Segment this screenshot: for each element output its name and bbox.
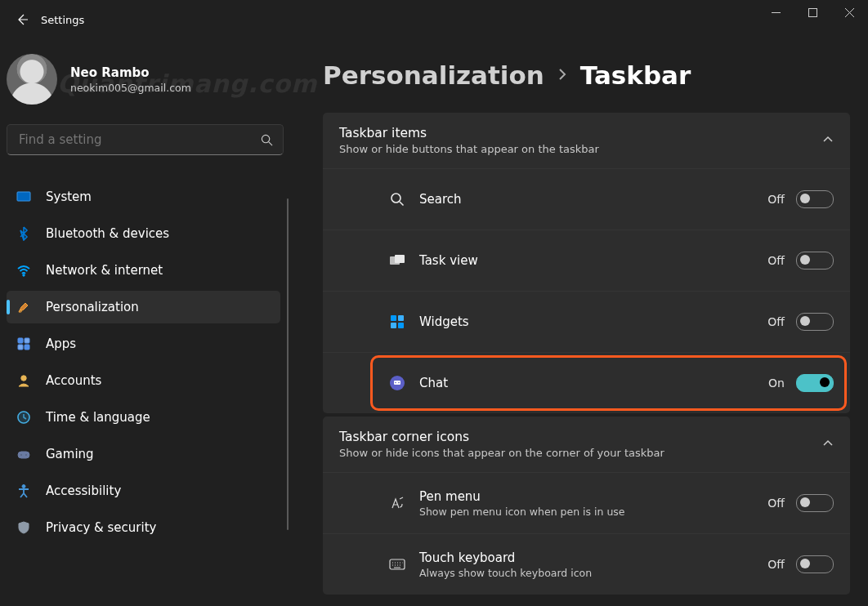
svg-point-11 — [18, 412, 29, 423]
svg-rect-6 — [25, 338, 29, 343]
profile-block[interactable]: Neo Rambo neokim005@gmail.com — [7, 39, 284, 124]
toggle-switch[interactable] — [796, 494, 834, 512]
nav-label: Bluetooth & devices — [46, 226, 169, 241]
sidebar-item-apps[interactable]: Apps — [7, 328, 280, 360]
system-icon — [16, 189, 31, 204]
toggle-state-label: Off — [767, 497, 785, 510]
svg-rect-7 — [18, 345, 23, 350]
setting-row-pen-menu: Pen menu Show pen menu icon when pen is … — [323, 472, 850, 533]
search-input[interactable] — [17, 131, 261, 148]
maximize-button[interactable] — [794, 0, 831, 25]
bluetooth-icon — [16, 226, 31, 241]
row-subtitle: Show pen menu icon when pen is in use — [419, 506, 632, 518]
gaming-icon — [16, 447, 31, 461]
accessibility-icon — [16, 483, 31, 498]
time-icon — [16, 410, 31, 425]
sidebar-item-accessibility[interactable]: Accessibility — [7, 475, 280, 507]
shield-icon — [16, 520, 31, 535]
settings-group: Taskbar items Show or hide buttons that … — [323, 113, 850, 413]
toggle-switch[interactable] — [796, 252, 834, 270]
search-box[interactable] — [7, 124, 284, 155]
svg-rect-8 — [25, 345, 29, 350]
search-icon — [261, 134, 273, 146]
group-subtitle: Show or hide buttons that appear on the … — [339, 143, 822, 155]
avatar — [7, 54, 57, 105]
toggle-switch[interactable] — [796, 555, 834, 573]
group-title: Taskbar items — [339, 126, 822, 140]
breadcrumb-current: Taskbar — [580, 60, 691, 90]
toggle-switch[interactable] — [796, 374, 834, 392]
close-button[interactable] — [831, 0, 868, 25]
nav-label: Accessibility — [46, 483, 121, 498]
setting-row-chat: Chat On — [323, 352, 850, 413]
nav-label: Privacy & security — [46, 520, 156, 535]
row-label: Touch keyboard — [419, 550, 767, 565]
nav-label: Accounts — [46, 373, 101, 388]
svg-point-4 — [23, 274, 25, 276]
setting-row-task-view: Task view Off — [323, 229, 850, 291]
toggle-switch[interactable] — [796, 190, 834, 208]
svg-rect-19 — [391, 315, 396, 321]
sidebar-item-gaming[interactable]: Gaming — [7, 438, 280, 470]
svg-rect-0 — [809, 8, 817, 16]
settings-group: Taskbar corner icons Show or hide icons … — [323, 417, 850, 595]
svg-point-15 — [22, 485, 25, 488]
toggle-state-label: On — [768, 377, 785, 390]
row-label: Chat — [419, 376, 768, 390]
nav-label: Personalization — [46, 300, 139, 314]
toggle-state-label: Off — [767, 558, 785, 571]
sidebar-item-network-internet[interactable]: Network & internet — [7, 254, 280, 287]
sidebar-item-time-language[interactable]: Time & language — [7, 401, 280, 434]
profile-name: Neo Rambo — [70, 65, 191, 80]
setting-row-touch-keyboard: Touch keyboard Always show touch keyboar… — [323, 533, 850, 595]
breadcrumb-parent[interactable]: Personalization — [323, 60, 544, 90]
toggle-switch[interactable] — [796, 313, 834, 331]
group-title: Taskbar corner icons — [339, 430, 822, 444]
widgets-icon — [388, 313, 406, 331]
accounts-icon — [16, 373, 31, 388]
svg-rect-5 — [18, 338, 23, 343]
setting-row-search: Search Off — [323, 168, 850, 229]
svg-point-9 — [21, 376, 26, 381]
nav-label: Gaming — [46, 447, 94, 461]
svg-point-1 — [262, 135, 269, 142]
svg-point-26 — [398, 382, 400, 384]
title-bar: Settings — [0, 0, 868, 39]
wifi-icon — [16, 263, 31, 278]
sidebar-item-bluetooth-devices[interactable]: Bluetooth & devices — [7, 217, 280, 250]
row-label: Widgets — [419, 314, 767, 329]
sidebar: Neo Rambo neokim005@gmail.com System Blu… — [0, 39, 290, 606]
svg-point-16 — [391, 194, 400, 203]
row-label: Search — [419, 192, 767, 207]
window-caption-controls — [758, 0, 868, 25]
toggle-state-label: Off — [767, 193, 785, 206]
svg-rect-18 — [395, 255, 405, 263]
toggle-state-label: Off — [767, 254, 785, 267]
nav-scrollbar[interactable] — [287, 198, 289, 530]
sidebar-item-system[interactable]: System — [7, 180, 280, 213]
row-label: Task view — [419, 253, 767, 268]
sidebar-item-privacy-security[interactable]: Privacy & security — [7, 511, 280, 544]
chevron-right-icon — [556, 68, 569, 83]
back-button[interactable] — [7, 4, 38, 35]
content-area: Personalization Taskbar Taskbar items Sh… — [290, 39, 868, 606]
nav-label: Time & language — [46, 410, 150, 425]
group-header[interactable]: Taskbar items Show or hide buttons that … — [323, 113, 850, 168]
minimize-button[interactable] — [758, 0, 794, 25]
app-title: Settings — [41, 14, 84, 26]
svg-rect-12 — [18, 452, 29, 458]
row-label: Pen menu — [419, 489, 767, 504]
group-header[interactable]: Taskbar corner icons Show or hide icons … — [323, 417, 850, 472]
sidebar-item-personalization[interactable]: Personalization — [7, 291, 280, 323]
sidebar-item-accounts[interactable]: Accounts — [7, 364, 280, 397]
svg-point-14 — [25, 454, 27, 456]
setting-row-widgets: Widgets Off — [323, 291, 850, 352]
apps-icon — [16, 336, 31, 351]
profile-email: neokim005@gmail.com — [70, 82, 191, 94]
nav-list: System Bluetooth & devices Network & int… — [7, 176, 284, 606]
group-subtitle: Show or hide icons that appear on the co… — [339, 447, 822, 459]
svg-point-13 — [20, 454, 22, 456]
svg-rect-20 — [398, 315, 404, 321]
chat-icon — [388, 374, 406, 392]
nav-label: Apps — [46, 336, 76, 351]
